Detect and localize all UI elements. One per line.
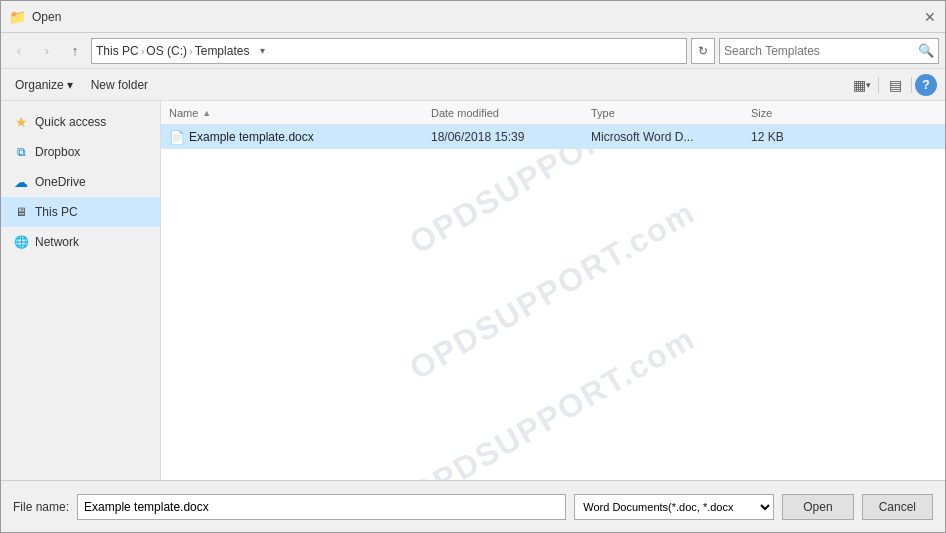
- file-date-cell: 18/06/2018 15:39: [431, 130, 591, 144]
- sidebar-label-dropbox: Dropbox: [35, 145, 80, 159]
- toolbar-divider-2: [911, 77, 912, 93]
- sidebar-label-network: Network: [35, 235, 79, 249]
- column-header-name[interactable]: Name ▲: [161, 107, 431, 119]
- sidebar: ★ Quick access ⧉ Dropbox ☁ OneDrive 🖥 Th…: [1, 101, 161, 480]
- new-folder-label: New folder: [91, 78, 148, 92]
- preview-pane-icon: ▤: [889, 77, 902, 93]
- organize-label: Organize: [15, 78, 64, 92]
- column-header-size[interactable]: Size: [751, 107, 831, 119]
- search-box[interactable]: 🔍: [719, 38, 939, 64]
- forward-button[interactable]: ›: [35, 39, 59, 63]
- breadcrumb: This PC › OS (C:) › Templates: [96, 44, 249, 58]
- dialog-title: Open: [32, 10, 61, 24]
- organize-arrow-icon: ▾: [67, 78, 73, 92]
- sidebar-label-this-pc: This PC: [35, 205, 78, 219]
- search-icon: 🔍: [918, 43, 934, 58]
- filename-input[interactable]: [77, 494, 566, 520]
- open-dialog: 📁 Open ✕ ‹ › ↑ This PC › OS (C:) › Templ…: [0, 0, 946, 533]
- file-name-cell: 📄 Example template.docx: [161, 129, 431, 145]
- file-size-cell: 12 KB: [751, 130, 831, 144]
- preview-pane-button[interactable]: ▤: [882, 74, 908, 96]
- view-type-icon: ▦: [853, 77, 866, 93]
- network-icon: 🌐: [13, 234, 29, 250]
- column-header-date[interactable]: Date modified: [431, 107, 591, 119]
- open-button[interactable]: Open: [782, 494, 853, 520]
- sidebar-item-network[interactable]: 🌐 Network: [1, 227, 160, 257]
- file-list-header: Name ▲ Date modified Type Size: [161, 101, 945, 125]
- close-button[interactable]: ✕: [923, 10, 937, 24]
- breadcrumb-thispc[interactable]: This PC: [96, 44, 139, 58]
- titlebar: 📁 Open ✕: [1, 1, 945, 33]
- action-bar: Organize ▾ New folder ▦ ▾ ▤ ?: [1, 69, 945, 101]
- sidebar-item-onedrive[interactable]: ☁ OneDrive: [1, 167, 160, 197]
- up-button[interactable]: ↑: [63, 39, 87, 63]
- address-toolbar: ‹ › ↑ This PC › OS (C:) › Templates ▾ ↻ …: [1, 33, 945, 69]
- view-type-arrow-icon: ▾: [866, 80, 871, 90]
- help-icon: ?: [922, 77, 930, 92]
- search-input[interactable]: [724, 44, 918, 58]
- organize-button[interactable]: Organize ▾: [9, 76, 79, 94]
- file-name-text: Example template.docx: [189, 130, 314, 144]
- breadcrumb-folder[interactable]: Templates: [195, 44, 250, 58]
- sidebar-item-this-pc[interactable]: 🖥 This PC: [1, 197, 160, 227]
- filetype-select[interactable]: Word Documents(*.doc, *.docx All Files (…: [574, 494, 774, 520]
- cancel-button[interactable]: Cancel: [862, 494, 933, 520]
- quick-access-icon: ★: [13, 114, 29, 130]
- filename-label: File name:: [13, 500, 69, 514]
- sidebar-item-quick-access[interactable]: ★ Quick access: [1, 107, 160, 137]
- this-pc-icon: 🖥: [13, 204, 29, 220]
- address-bar[interactable]: This PC › OS (C:) › Templates ▾: [91, 38, 687, 64]
- folder-icon: 📁: [9, 9, 26, 25]
- bottom-bar: File name: Word Documents(*.doc, *.docx …: [1, 480, 945, 532]
- view-type-button[interactable]: ▦ ▾: [849, 74, 875, 96]
- sort-arrow-icon: ▲: [202, 108, 211, 118]
- file-type-cell: Microsoft Word D...: [591, 130, 751, 144]
- column-header-type[interactable]: Type: [591, 107, 751, 119]
- titlebar-left: 📁 Open: [9, 9, 61, 25]
- sidebar-label-onedrive: OneDrive: [35, 175, 86, 189]
- help-button[interactable]: ?: [915, 74, 937, 96]
- toolbar-divider: [878, 77, 879, 93]
- address-dropdown-icon[interactable]: ▾: [253, 39, 271, 63]
- file-pane: OPDSUPPORT.com OPDSUPPORT.com OPDSUPPORT…: [161, 101, 945, 480]
- breadcrumb-drive[interactable]: OS (C:): [146, 44, 187, 58]
- docx-file-icon: 📄: [169, 129, 185, 145]
- refresh-button[interactable]: ↻: [691, 38, 715, 64]
- main-content: ★ Quick access ⧉ Dropbox ☁ OneDrive 🖥 Th…: [1, 101, 945, 480]
- sidebar-label-quick-access: Quick access: [35, 115, 106, 129]
- file-list[interactable]: 📄 Example template.docx 18/06/2018 15:39…: [161, 125, 945, 480]
- view-controls: ▦ ▾ ▤ ?: [849, 74, 937, 96]
- onedrive-icon: ☁: [13, 174, 29, 190]
- sidebar-item-dropbox[interactable]: ⧉ Dropbox: [1, 137, 160, 167]
- table-row[interactable]: 📄 Example template.docx 18/06/2018 15:39…: [161, 125, 945, 149]
- back-button[interactable]: ‹: [7, 39, 31, 63]
- dropbox-icon: ⧉: [13, 144, 29, 160]
- new-folder-button[interactable]: New folder: [85, 76, 154, 94]
